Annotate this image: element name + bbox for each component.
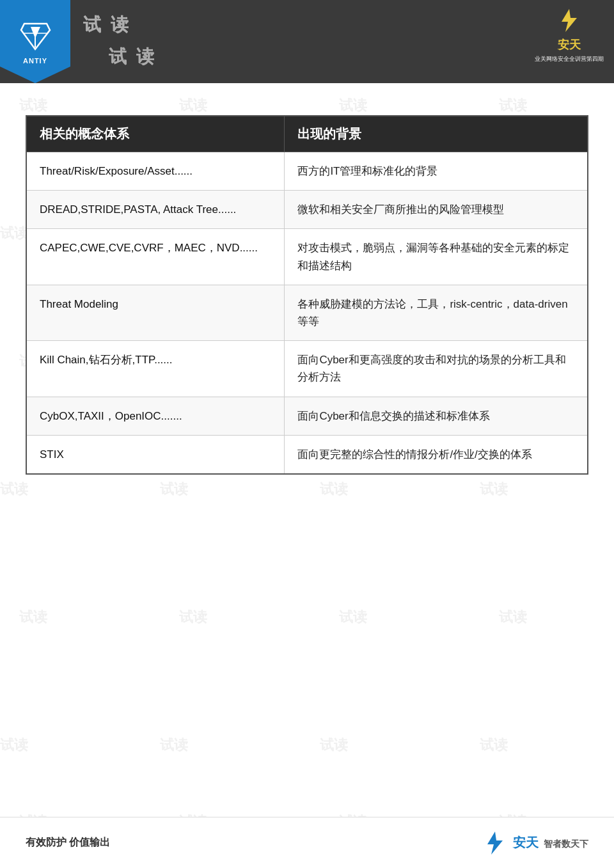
table-row: DREAD,STRIDE,PASTA, Attack Tree......微软和…	[26, 191, 588, 229]
table-cell-left-3: Threat Modeling	[26, 285, 285, 340]
pw-22: 试读	[160, 736, 188, 755]
table-row: CAPEC,CWE,CVE,CVRF，MAEC，NVD......对攻击模式，脆…	[26, 229, 588, 285]
footer-brand-antiy: 安天	[513, 835, 539, 849]
table-cell-right-0: 西方的IT管理和标准化的背景	[285, 152, 588, 191]
header: ANTIY 试读 试读 试读 试读 试读 试读 试读 试读 试读 试读 试读 试…	[0, 0, 614, 83]
pw-20: 试读	[499, 608, 527, 627]
table-cell-left-6: STIX	[26, 435, 285, 474]
table-cell-right-4: 面向Cyber和更高强度的攻击和对抗的场景的分析工具和分析方法	[285, 341, 588, 397]
main-content: 相关的概念体系 出现的背景 Threat/Risk/Exposure/Asset…	[0, 83, 614, 494]
table-cell-right-3: 各种威胁建模的方法论，工具，risk-centric，data-driven等等	[285, 285, 588, 340]
table-row: Kill Chain,钻石分析,TTP......面向Cyber和更高强度的攻击…	[26, 341, 588, 397]
pw-24: 试读	[480, 736, 508, 755]
table-cell-left-4: Kill Chain,钻石分析,TTP......	[26, 341, 285, 397]
brand-name-text: 安天	[558, 37, 581, 52]
watermark-13: 试读	[109, 45, 164, 69]
table-cell-left-2: CAPEC,CWE,CVE,CVRF，MAEC，NVD......	[26, 229, 285, 285]
footer-slogan: 有效防护 价值输出	[26, 836, 110, 849]
header-right-logo: 安天 业关网络安全全训营第四期	[534, 6, 604, 64]
table-cell-right-5: 面向Cyber和信息交换的描述和标准体系	[285, 397, 588, 435]
footer-brand-slogan: 智者数天下	[544, 839, 588, 849]
concepts-table: 相关的概念体系 出现的背景 Threat/Risk/Exposure/Asset…	[26, 115, 588, 475]
pw-19: 试读	[339, 608, 367, 627]
svg-marker-4	[562, 9, 577, 32]
header-watermarks: 试读 试读 试读 试读 试读 试读 试读 试读 试读 试读 试读 试读 试读	[70, 0, 614, 83]
pw-18: 试读	[179, 608, 207, 627]
table-cell-right-2: 对攻击模式，脆弱点，漏洞等各种基础的安全元素的标定和描述结构	[285, 229, 588, 285]
table-cell-left-0: Threat/Risk/Exposure/Asset......	[26, 152, 285, 191]
pw-21: 试读	[0, 736, 28, 755]
pw-23: 试读	[320, 736, 348, 755]
logo-text: ANTIY	[23, 57, 47, 65]
table-row: CybOX,TAXII，OpenIOC.......面向Cyber和信息交换的描…	[26, 397, 588, 435]
logo-box: ANTIY	[0, 0, 70, 83]
table-cell-left-1: DREAD,STRIDE,PASTA, Attack Tree......	[26, 191, 285, 229]
table-cell-left-5: CybOX,TAXII，OpenIOC.......	[26, 397, 285, 435]
logo-icon	[16, 19, 54, 54]
table-cell-right-6: 面向更完整的综合性的情报分析/作业/交换的体系	[285, 435, 588, 474]
table-cell-right-1: 微软和相关安全厂商所推出的风险管理模型	[285, 191, 588, 229]
col2-header: 出现的背景	[285, 116, 588, 152]
footer-logo: 安天 智者数天下	[482, 830, 588, 856]
watermark-7: 试读	[83, 13, 138, 37]
pw-17: 试读	[19, 608, 47, 627]
table-row: Threat/Risk/Exposure/Asset......西方的IT管理和…	[26, 152, 588, 191]
footer-lightning-icon	[482, 830, 508, 856]
svg-marker-5	[487, 832, 503, 855]
brand-chinese	[556, 8, 582, 37]
table-row: Threat Modeling各种威胁建模的方法论，工具，risk-centri…	[26, 285, 588, 340]
col1-header: 相关的概念体系	[26, 116, 285, 152]
footer-brand-text: 安天 智者数天下	[513, 834, 588, 851]
table-row: STIX面向更完整的综合性的情报分析/作业/交换的体系	[26, 435, 588, 474]
brand-sub-text: 业关网络安全全训营第四期	[535, 55, 604, 63]
footer: 有效防护 价值输出 安天 智者数天下	[0, 817, 614, 868]
